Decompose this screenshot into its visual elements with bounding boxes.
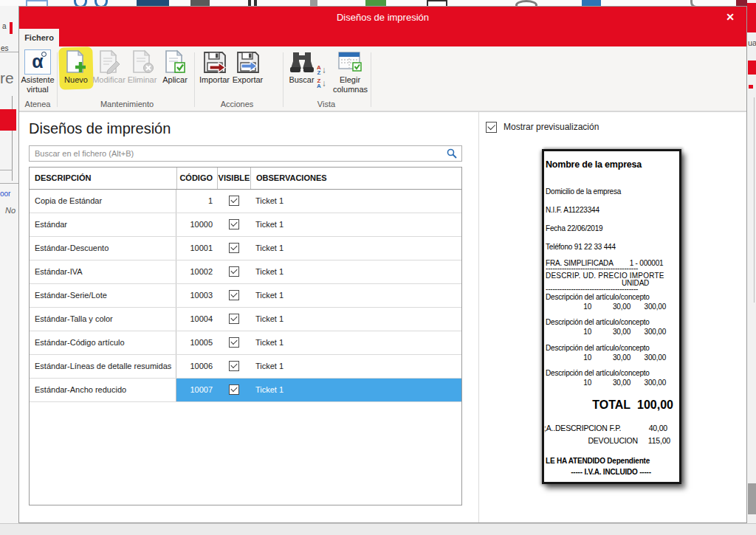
row-codigo: 10002 — [176, 260, 217, 283]
ticket-item-name: Descripción del artículo/concepto — [546, 369, 676, 378]
modificar-button[interactable]: Modificar — [92, 49, 126, 97]
dialog-title: Diseños de impresión — [19, 12, 746, 23]
table-row[interactable]: Estándar-IVA10002Ticket 1 — [30, 260, 461, 284]
row-visible-cell — [217, 379, 250, 401]
visible-checkbox[interactable] — [229, 243, 239, 253]
background-right-strip: ua — [747, 0, 756, 535]
ticket-item-numbers: 1030,00300,00 — [546, 328, 676, 336]
table-row[interactable]: Copia de Estándar1Ticket 1 — [30, 190, 461, 213]
column-header-descripcion[interactable]: DESCRIPCIÓN — [30, 168, 176, 189]
ticket-item-numbers: 1030,00300,00 — [546, 353, 676, 362]
sort-za-icon[interactable]: ZA ↓ — [317, 78, 333, 89]
row-codigo: 10005 — [176, 331, 217, 354]
search-icon[interactable] — [447, 148, 457, 159]
row-descripcion: Copia de Estándar — [30, 190, 176, 213]
row-visible-cell — [217, 237, 250, 260]
visible-checkbox[interactable] — [229, 290, 239, 300]
tab-fichero[interactable]: Fichero — [19, 29, 59, 46]
row-descripcion: Estándar-Líneas de detalle resumidas — [30, 355, 176, 378]
delete-document-icon — [126, 49, 158, 75]
elegir-columnas-button[interactable]: Elegircolumnas — [333, 49, 367, 97]
group-separator — [57, 52, 58, 107]
edit-document-icon — [92, 49, 126, 75]
row-descripcion: Estándar — [30, 213, 176, 236]
ticket-item-numbers: 1030,00300,00 — [546, 379, 676, 387]
search-box — [29, 145, 462, 162]
print-designs-dialog: Diseños de impresión ✕ Fichero α Asisten… — [18, 6, 747, 523]
ticket-company: Nombre de la empresa — [546, 161, 676, 169]
row-codigo: 10007 — [176, 379, 217, 401]
buscar-button[interactable]: Buscar — [286, 49, 317, 97]
row-observaciones: Ticket 1 — [250, 331, 461, 354]
sort-az-icon[interactable]: AZ ↓ — [317, 65, 333, 76]
column-header-observaciones[interactable]: OBSERVACIONES — [250, 168, 461, 189]
show-preview-checkbox[interactable] — [486, 122, 497, 133]
asistente-virtual-button[interactable]: α Asistentevirtual — [21, 49, 55, 97]
row-observaciones: Ticket 1 — [250, 190, 461, 213]
background-icon-fragment — [26, 0, 48, 6]
group-label-mantenimiento: Mantenimiento — [61, 100, 193, 108]
background-icon-fragment — [94, 0, 108, 6]
designs-table: DESCRIPCIÓN CÓDIGO VISIBLE OBSERVACIONES… — [29, 167, 462, 505]
background-icon-fragment — [254, 0, 257, 6]
dialog-titlebar[interactable]: Diseños de impresión ✕ — [19, 7, 746, 46]
importar-button[interactable]: Importar — [199, 49, 230, 97]
visible-checkbox[interactable] — [229, 361, 239, 371]
row-observaciones: Ticket 1 — [250, 355, 461, 378]
visible-checkbox[interactable] — [229, 384, 239, 395]
table-row[interactable]: Estándar-Líneas de detalle resumidas1000… — [30, 355, 461, 379]
background-icon-fragment — [137, 0, 169, 6]
ticket-phone: Teléfono 91 22 33 444 — [546, 243, 676, 251]
table-row[interactable]: Estándar-Código artículo10005Ticket 1 — [30, 331, 461, 355]
row-codigo: 1 — [176, 190, 217, 213]
row-descripcion: Estándar-Talla y color — [30, 308, 176, 331]
background-divider — [754, 97, 755, 303]
row-descripcion: Estándar-Ancho reducido — [30, 379, 176, 401]
ticket-address: Domicilio de la empresa — [546, 187, 676, 196]
row-visible-cell — [217, 308, 250, 331]
eliminar-button[interactable]: Eliminar — [126, 49, 158, 97]
table-row[interactable]: Estándar-Descuento10001Ticket 1 — [30, 237, 461, 260]
background-left-strip: a es re oor No — [0, 6, 18, 535]
nuevo-button[interactable]: Nuevo — [61, 49, 92, 97]
visible-checkbox[interactable] — [229, 314, 239, 324]
background-icon-fragment — [74, 0, 87, 6]
column-header-visible[interactable]: VISIBLE — [217, 168, 250, 189]
row-codigo: 10000 — [176, 213, 217, 236]
row-descripcion: Estándar-IVA — [30, 260, 176, 283]
table-row[interactable]: Estándar10000Ticket 1 — [30, 213, 461, 237]
close-icon[interactable]: ✕ — [723, 10, 738, 24]
table-row[interactable]: Estándar-Ancho reducido10007Ticket 1 — [30, 379, 461, 402]
ticket-attended-line: LE HA ATENDIDO Dependiente — [546, 457, 676, 465]
row-observaciones: Ticket 1 — [250, 260, 461, 283]
group-separator — [371, 52, 371, 107]
background-red-fragment — [749, 85, 753, 89]
visible-checkbox[interactable] — [229, 266, 239, 277]
table-row[interactable]: Estándar-Serie/Lote10003Ticket 1 — [30, 284, 461, 308]
row-observaciones: Ticket 1 — [250, 237, 461, 260]
row-observaciones: Ticket 1 — [250, 308, 461, 331]
search-input[interactable] — [29, 145, 462, 162]
row-observaciones: Ticket 1 — [250, 213, 461, 236]
ticket-item-name: Descripción del artículo/concepto — [546, 318, 676, 327]
column-header-codigo[interactable]: CÓDIGO — [176, 168, 217, 189]
ticket-refund-line: DEVOLUCION115,00 — [546, 437, 670, 445]
row-observaciones: Ticket 1 — [250, 379, 461, 401]
row-visible-cell — [217, 331, 250, 354]
aplicar-button[interactable]: Aplicar — [159, 49, 191, 97]
table-body: Copia de Estándar1Ticket 1Estándar10000T… — [30, 190, 461, 402]
import-floppy-icon — [199, 49, 230, 75]
table-row[interactable]: Estándar-Talla y color10004Ticket 1 — [30, 308, 461, 331]
background-icon-fragment — [690, 0, 703, 6]
row-observaciones: Ticket 1 — [250, 284, 461, 307]
background-icon-fragment — [427, 0, 447, 6]
ticket-footer-line: ----- I.V.A. INCLUIDO ----- — [546, 468, 676, 476]
new-document-icon — [61, 49, 92, 75]
background-red-block — [748, 61, 756, 75]
visible-checkbox[interactable] — [229, 337, 239, 348]
background-text-fragment: re — [0, 69, 14, 87]
background-icon-fragment — [515, 0, 537, 6]
visible-checkbox[interactable] — [229, 196, 239, 206]
visible-checkbox[interactable] — [229, 219, 239, 229]
exportar-button[interactable]: Exportar — [231, 49, 264, 97]
